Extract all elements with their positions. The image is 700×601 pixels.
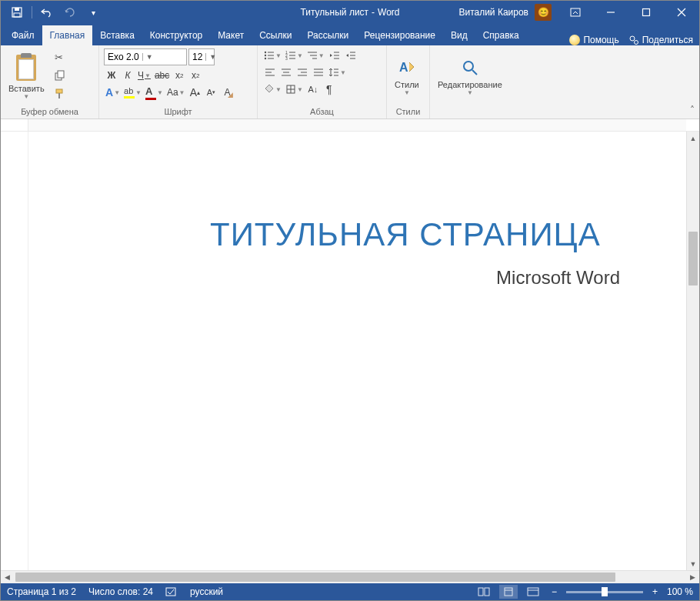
- align-left-button[interactable]: [262, 65, 278, 80]
- subscript-button[interactable]: x2: [172, 68, 187, 83]
- strike-button[interactable]: abc: [153, 68, 171, 83]
- tab-help[interactable]: Справка: [475, 25, 527, 45]
- paste-button[interactable]: Вставить ▼: [4, 47, 49, 105]
- align-center-button[interactable]: [278, 65, 294, 80]
- shading-button[interactable]: ▼: [262, 82, 283, 97]
- editing-button[interactable]: Редактирование ▼: [433, 47, 507, 105]
- web-layout-icon[interactable]: [524, 585, 542, 599]
- zoom-in-button[interactable]: +: [649, 586, 661, 597]
- redo-icon[interactable]: [60, 2, 80, 22]
- document-subtitle[interactable]: Microsoft Word: [210, 267, 640, 289]
- tab-design[interactable]: Конструктор: [142, 25, 210, 45]
- print-layout-icon[interactable]: [499, 585, 518, 599]
- svg-point-9: [634, 41, 638, 45]
- language-status[interactable]: русский: [190, 586, 223, 597]
- editing-label: Редактирование: [438, 80, 502, 89]
- bold-button[interactable]: Ж: [104, 68, 119, 83]
- underline-button[interactable]: Ч▼: [136, 68, 152, 83]
- font-color-button[interactable]: A▼: [144, 85, 165, 100]
- hscroll-thumb[interactable]: [15, 573, 615, 582]
- italic-button[interactable]: К: [120, 68, 135, 83]
- zoom-level[interactable]: 100 %: [667, 586, 693, 597]
- qat-customize-icon[interactable]: ▾: [83, 2, 103, 22]
- svg-point-14: [265, 52, 266, 53]
- share-button[interactable]: Поделиться: [628, 35, 693, 45]
- cut-icon[interactable]: ✂: [51, 48, 68, 65]
- tab-references[interactable]: Ссылки: [252, 25, 299, 45]
- sort-button[interactable]: А↓: [305, 82, 321, 97]
- zoom-slider[interactable]: [566, 591, 643, 593]
- justify-button[interactable]: [311, 65, 326, 80]
- zoom-handle[interactable]: [602, 587, 608, 596]
- vertical-ruler[interactable]: [1, 132, 28, 570]
- format-painter-icon[interactable]: [51, 85, 68, 102]
- tab-view[interactable]: Вид: [443, 25, 475, 45]
- vertical-scrollbar[interactable]: ▲ ▼: [686, 132, 699, 570]
- collapse-ribbon-icon[interactable]: ˄: [690, 105, 695, 115]
- title-bar: ▾ Титульный лист - Word Виталий Каиров 😊: [1, 1, 699, 24]
- copy-icon[interactable]: [51, 67, 68, 84]
- read-mode-icon[interactable]: [475, 585, 493, 599]
- page[interactable]: ТИТУЛЬНАЯ СТРАНИЦА Microsoft Word: [41, 132, 686, 570]
- chevron-down-icon[interactable]: ▼: [142, 53, 153, 61]
- tell-me[interactable]: Помощь: [569, 35, 618, 45]
- document-title[interactable]: ТИТУЛЬНАЯ СТРАНИЦА: [210, 216, 640, 253]
- save-icon[interactable]: [7, 2, 27, 22]
- tab-file[interactable]: Файл: [4, 25, 42, 45]
- avatar[interactable]: 😊: [535, 4, 552, 21]
- align-right-button[interactable]: [295, 65, 310, 80]
- scroll-right-icon[interactable]: ▶: [686, 571, 699, 584]
- chevron-down-icon[interactable]: ▼: [205, 53, 216, 61]
- close-icon[interactable]: [664, 1, 699, 24]
- increase-indent-button[interactable]: [343, 48, 358, 63]
- spellcheck-icon[interactable]: [165, 586, 178, 597]
- superscript-button[interactable]: x2: [188, 68, 203, 83]
- quick-access-toolbar: ▾: [1, 2, 103, 22]
- highlight-button[interactable]: ab▼: [122, 85, 143, 100]
- scroll-left-icon[interactable]: ◀: [1, 571, 14, 584]
- horizontal-ruler[interactable]: [28, 119, 686, 131]
- undo-icon[interactable]: [37, 2, 57, 22]
- line-spacing-button[interactable]: ▼: [327, 65, 348, 80]
- multilevel-button[interactable]: ▼: [305, 48, 326, 63]
- zoom-out-button[interactable]: −: [548, 586, 560, 597]
- clear-format-button[interactable]: A◢: [220, 85, 235, 100]
- tab-mailings[interactable]: Рассылки: [299, 25, 356, 45]
- user-name[interactable]: Виталий Каиров: [452, 7, 535, 18]
- grow-font-button[interactable]: A▴: [188, 85, 203, 100]
- change-case-button[interactable]: Aa▼: [165, 85, 187, 100]
- tab-home[interactable]: Главная: [42, 25, 93, 45]
- window-title: Титульный лист - Word: [300, 7, 399, 18]
- svg-point-8: [630, 36, 635, 41]
- styles-button[interactable]: A Стили ▼: [390, 47, 424, 105]
- maximize-icon[interactable]: [628, 1, 664, 24]
- svg-point-54: [464, 62, 473, 71]
- tab-insert[interactable]: Вставка: [92, 25, 142, 45]
- tab-layout[interactable]: Макет: [210, 25, 252, 45]
- svg-rect-13: [58, 93, 60, 98]
- decrease-indent-button[interactable]: [327, 48, 342, 63]
- show-marks-button[interactable]: ¶: [322, 82, 337, 97]
- font-name-combo[interactable]: Exo 2.0 ▼: [104, 48, 187, 65]
- vscroll-thumb[interactable]: [688, 232, 698, 285]
- qat-separator: [32, 6, 32, 18]
- font-size-combo[interactable]: 12 ▼: [188, 48, 215, 65]
- scroll-down-icon[interactable]: ▼: [687, 557, 699, 570]
- text-effects-button[interactable]: A▼: [104, 85, 122, 100]
- word-count[interactable]: Число слов: 24: [88, 586, 153, 597]
- shrink-font-button[interactable]: A▾: [204, 85, 219, 100]
- font-group-label: Шрифт: [102, 105, 254, 119]
- status-bar: Страница 1 из 2 Число слов: 24 русский −…: [1, 583, 699, 600]
- bulb-icon: [569, 35, 580, 45]
- ribbon-options-icon[interactable]: [558, 1, 593, 24]
- scroll-up-icon[interactable]: ▲: [687, 132, 699, 145]
- numbering-button[interactable]: 123▼: [284, 48, 305, 63]
- bullets-button[interactable]: ▼: [262, 48, 283, 63]
- minimize-icon[interactable]: [593, 1, 628, 24]
- page-status[interactable]: Страница 1 из 2: [7, 586, 76, 597]
- page-viewport[interactable]: ТИТУЛЬНАЯ СТРАНИЦА Microsoft Word: [28, 132, 686, 570]
- borders-button[interactable]: ▼: [284, 82, 305, 97]
- hscroll-track[interactable]: [14, 571, 686, 583]
- horizontal-scrollbar[interactable]: ◀ ▶: [1, 570, 699, 583]
- tab-review[interactable]: Рецензирование: [356, 25, 443, 45]
